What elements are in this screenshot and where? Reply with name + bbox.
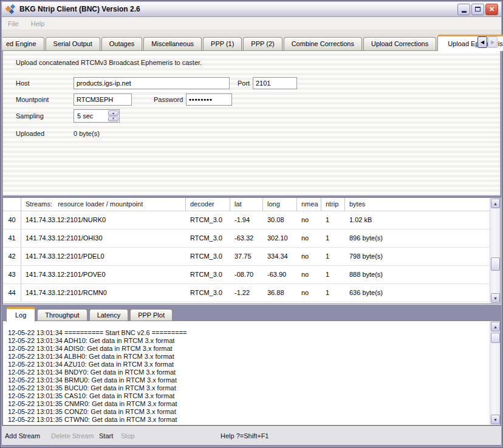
scrollbar-thumb[interactable] [491, 333, 500, 343]
table-row[interactable]: 44 141.74.33.12:2101/RCMN0 RTCM_3.0 -1.2… [3, 284, 490, 302]
log-scrollbar[interactable]: ▲ ▼ [490, 321, 500, 425]
cell-nmea: no [297, 284, 321, 302]
log-output: 12-05-22 13:01:34 ========== Start BNC v… [3, 321, 490, 425]
cell-row-number: 41 [3, 229, 21, 247]
log-line: 12-05-22 13:01:34 ALBH0: Get data in RTC… [8, 353, 490, 361]
cell-bytes: 798 byte(s) [345, 248, 490, 265]
cell-long: -63.90 [263, 266, 297, 283]
streams-table-header: Streams: resource loader / mountpoint de… [3, 198, 490, 211]
cell-bytes: 888 byte(s) [345, 266, 490, 283]
spin-up-button[interactable]: ▲ [108, 110, 118, 116]
cell-lat: -63.32 [230, 229, 263, 247]
header-bytes: bytes [345, 198, 490, 211]
header-nmea: nmea [297, 198, 321, 211]
uploaded-label: Uploaded [16, 130, 44, 137]
tab-miscellaneous[interactable]: Miscellaneous [143, 37, 202, 50]
table-row[interactable]: 43 141.74.33.12:2101/POVE0 RTCM_3.0 -08.… [3, 266, 490, 284]
uploaded-value: 0 byte(s) [74, 130, 100, 137]
scroll-down-button[interactable]: ▼ [491, 415, 500, 424]
tab-scroll-right-button[interactable]: ▶ [488, 36, 498, 48]
cell-mountpoint: 141.74.33.12:2101/POVE0 [21, 266, 186, 283]
cell-row-number: 40 [3, 211, 21, 229]
sampling-spinbox[interactable]: 5 sec ▲ ▼ [74, 109, 120, 123]
tab-outages[interactable]: Outages [101, 37, 143, 50]
log-line: 12-05-22 13:01:35 CNMR0: Get data in RTC… [8, 400, 490, 408]
help-shortcut-label[interactable]: Help ?=Shift+F1 [221, 432, 269, 440]
cell-long: 302.10 [263, 229, 297, 247]
start-button[interactable]: Start [99, 432, 113, 440]
cell-decoder: RTCM_3.0 [186, 211, 230, 229]
arrow-down-icon: ▼ [493, 296, 498, 300]
header-long: long [263, 198, 297, 211]
menu-help[interactable]: Help [25, 18, 51, 29]
cell-ntrip: 1 [321, 284, 345, 302]
panel-description: Upload concatenated RTCMv3 Broadcast Eph… [16, 59, 202, 66]
tab-scroll-left-button[interactable]: ◀ [477, 36, 487, 48]
tab-upload-corrections[interactable]: Upload Corrections [363, 37, 436, 50]
port-input[interactable] [253, 77, 297, 89]
sampling-label: Sampling [16, 112, 44, 120]
password-input[interactable] [186, 93, 232, 106]
close-button[interactable]: ✕ [485, 4, 498, 15]
tab-ppp-plot[interactable]: PPP Plot [130, 309, 173, 321]
cell-long: 30.08 [263, 211, 297, 229]
minimize-icon [462, 11, 467, 13]
header-lat: lat [230, 198, 263, 211]
menu-bar: File Help [2, 17, 501, 30]
scroll-up-button[interactable]: ▲ [491, 199, 500, 208]
cell-long: 334.34 [263, 248, 297, 265]
delete-stream-button[interactable]: Delete Stream [51, 432, 94, 440]
port-label: Port [238, 80, 250, 87]
window-title: BKG Ntrip Client (BNC) Version 2.6 [19, 5, 140, 13]
cell-row-number: 44 [3, 284, 21, 302]
tab-ppp-2[interactable]: PPP (2) [243, 37, 282, 50]
streams-table-body: Streams: resource loader / mountpoint de… [3, 198, 490, 304]
upload-ephemeris-panel: Upload concatenated RTCMv3 Broadcast Eph… [2, 51, 501, 195]
cell-bytes: 1.02 kB [345, 211, 490, 229]
log-line: 12-05-22 13:01:35 CONZ0: Get data in RTC… [8, 408, 490, 416]
minimize-button[interactable] [457, 4, 470, 15]
log-line: 12-05-22 13:01:34 ADH10: Get data in RTC… [8, 337, 490, 345]
log-line: 12-05-22 13:01:34 ========== Start BNC v… [8, 329, 490, 337]
menu-file[interactable]: File [2, 18, 25, 29]
table-row[interactable]: 40 141.74.33.12:2101/NURK0 RTCM_3.0 -1.9… [3, 211, 490, 229]
top-tab-bar: ed Engine Serial Output Outages Miscella… [2, 30, 501, 51]
cell-decoder: RTCM_3.0 [186, 284, 230, 302]
cell-lat: 37.75 [230, 248, 263, 265]
chevron-left-icon: ◀ [481, 39, 484, 45]
cell-ntrip: 1 [321, 211, 345, 229]
scrollbar-thumb[interactable] [491, 257, 500, 271]
cell-decoder: RTCM_3.0 [186, 266, 230, 283]
status-bar: Add Stream Delete Stream Start Stop Help… [2, 427, 501, 445]
cell-nmea: no [297, 266, 321, 283]
tab-feed-engine[interactable]: ed Engine [2, 37, 44, 50]
tab-throughput[interactable]: Throughput [37, 309, 87, 321]
add-stream-button[interactable]: Add Stream [5, 432, 40, 440]
host-input[interactable] [74, 77, 230, 89]
tab-latency[interactable]: Latency [89, 309, 129, 321]
password-label: Password [154, 96, 183, 103]
title-bar: BKG Ntrip Client (BNC) Version 2.6 ✕ [2, 2, 501, 17]
tab-log[interactable]: Log [6, 307, 35, 322]
cell-bytes: 896 byte(s) [345, 229, 490, 247]
scroll-up-button[interactable]: ▲ [491, 322, 500, 331]
header-mountpoint: Streams: resource loader / mountpoint [21, 198, 186, 211]
table-row[interactable]: 42 141.74.33.12:2101/PDEL0 RTCM_3.0 37.7… [3, 248, 490, 266]
app-icon [5, 4, 16, 14]
tab-ppp-1[interactable]: PPP (1) [203, 37, 242, 50]
cell-nmea: no [297, 248, 321, 265]
cell-decoder: RTCM_3.0 [186, 229, 230, 247]
cell-lat: -08.70 [230, 266, 263, 283]
scroll-down-button[interactable]: ▼ [491, 293, 500, 303]
tab-serial-output[interactable]: Serial Output [46, 37, 100, 50]
cell-lat: -1.22 [230, 284, 263, 302]
cell-bytes: 636 byte(s) [345, 284, 490, 302]
spin-down-button[interactable]: ▼ [108, 117, 118, 122]
table-row[interactable]: 41 141.74.33.12:2101/OHI30 RTCM_3.0 -63.… [3, 229, 490, 248]
streams-scrollbar[interactable]: ▲ ▼ [490, 198, 500, 304]
tab-combine-corrections[interactable]: Combine Corrections [284, 37, 362, 50]
cell-mountpoint: 141.74.33.12:2101/RCMN0 [21, 284, 186, 302]
mountpoint-input[interactable] [74, 93, 132, 106]
stop-button[interactable]: Stop [121, 432, 135, 440]
maximize-button[interactable] [471, 4, 484, 15]
